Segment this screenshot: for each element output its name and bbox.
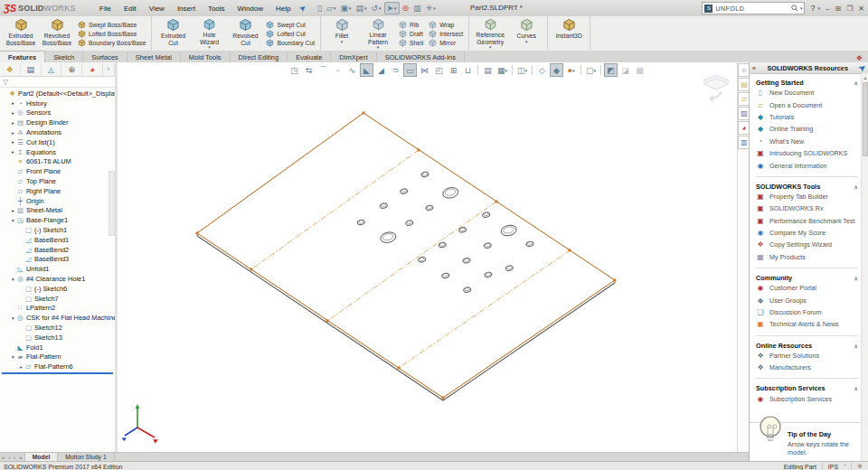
expand-arrow[interactable]: ▸ [10,100,16,106]
search-icon[interactable] [791,5,798,12]
new-document-link[interactable]: ▯New Document [756,87,862,99]
edit-appearance-button[interactable]: ●▾ [564,63,578,77]
curves-button[interactable]: Curves▾ [508,17,544,50]
tab-scroll-arrow-3[interactable]: » [17,455,24,460]
unfold-button[interactable]: ◣ [360,63,373,77]
hole-wizard-button[interactable]: Hole Wizard▾ [191,17,227,50]
scroll-up-arrow[interactable]: ▲ [862,73,868,80]
tree-item[interactable]: ∷LPattern2 [0,304,115,314]
tree-item[interactable]: ◿BaseBend1 [0,235,115,245]
introducing-solidworks-link[interactable]: ▣Introducing SOLIDWORKS [756,147,862,159]
flatten-button[interactable]: ▭ [403,63,417,77]
perspective-button[interactable]: ▩ [633,63,646,77]
manufacturers-link[interactable]: ❖Manufacturers [756,362,862,373]
menu-help[interactable]: Help [270,3,296,14]
task-pane-scrollbar[interactable]: ▲ [861,73,868,461]
tree-item[interactable]: ▢Sketch7 [0,294,115,304]
expand-arrow[interactable]: ▸ [10,149,16,155]
tab-features[interactable]: Features [0,51,45,62]
globe-icon[interactable]: ⊕ [857,463,863,470]
jog-button[interactable]: ∿ [345,63,359,77]
rib-button[interactable]: Rib [399,21,423,29]
collapse-section-icon[interactable]: ∧ [854,385,858,391]
reference-geometry-button[interactable]: Reference Geometry▾ [472,17,508,50]
copy-settings-wizard-link[interactable]: ❖Copy Settings Wizard [756,239,862,250]
general-information-link[interactable]: ◉General Information [756,159,862,171]
units-selector[interactable]: IPS [828,464,838,470]
closed-corner-button[interactable]: ◰ [432,63,446,77]
search-input[interactable]: UNFOLD [715,5,788,12]
select-button[interactable]: ➤▾ [384,2,400,14]
sheet-metal-gusset-button[interactable]: ▤ [481,63,495,77]
collapse-pane-icon[interactable]: « [752,65,756,71]
tab-scroll-arrow-0[interactable]: « [0,455,6,460]
open-document-link[interactable]: ▱Open a Document [756,99,862,110]
save-button[interactable]: ▣▾ [338,3,353,14]
expand-arrow[interactable]: ▸ [10,130,16,136]
discussion-forum-link[interactable]: ❑Discussion Forum [756,306,862,318]
tree-item[interactable]: ◿BaseBend2 [0,245,115,255]
expand-arrow[interactable]: ▾ [10,277,16,282]
collapse-section-icon[interactable]: ∧ [854,183,858,190]
apply-scene-button[interactable]: ▢▾ [584,63,598,77]
section-header[interactable]: Community∧ [756,274,862,282]
swept-flange-button[interactable]: ⌒ [316,63,330,77]
fold-button[interactable]: ◢ [374,63,388,77]
view-orientation-button[interactable]: ◫▾ [515,63,529,77]
configurationmanager-tab[interactable]: ◬ [42,63,62,76]
collapse-section-icon[interactable]: ∧ [854,275,858,281]
hem-button[interactable]: ⊃ [389,63,402,77]
tree-item[interactable]: ▸▤Design Binder [0,118,115,127]
tabs-overflow-arrow[interactable]: › [103,63,115,76]
extruded-cut-button[interactable]: Extruded Cut [155,17,191,50]
tab-evaluate[interactable]: Evaluate [288,52,331,62]
tree-item[interactable]: ▾◎#4 Clearance Hole1 [0,274,115,284]
partner-solutions-link[interactable]: ❖Partner Solutions [756,350,862,362]
tree-item[interactable]: ▾◳Base-Flange1 [0,215,115,225]
tree-item[interactable]: ◣Fold1 [0,343,115,352]
swept-boss-base-button[interactable]: Swept Boss/Base [78,21,146,29]
tree-item[interactable]: ▸▱Flat-Pattern6 [0,362,115,371]
shell-button[interactable]: Shell [399,39,423,47]
print-button[interactable]: ▤▾ [354,3,368,14]
expand-arrow[interactable]: ▸ [10,110,16,116]
technical-alerts-news-link[interactable]: ▣Technical Alerts & News [756,318,862,330]
extruded-boss-base-button[interactable]: Extruded Boss/Base [3,17,39,50]
section-header[interactable]: Subscription Services∧ [756,384,862,392]
file-properties-button[interactable]: ▥ [411,3,423,14]
tree-item[interactable]: ▱Right Plane [0,186,115,196]
feature-panel-scrollbar[interactable] [108,171,115,236]
collapse-section-icon[interactable]: ∧ [854,343,858,349]
online-training-link[interactable]: ◆Online Training [756,123,862,135]
tree-item[interactable]: ┼Origin [0,196,115,206]
linear-pattern-button[interactable]: Linear Pattern▾ [360,17,396,50]
menu-view[interactable]: View [144,3,170,14]
customer-portal-link[interactable]: ◉Customer Portal [756,282,862,294]
expand-arrow[interactable]: ▸ [18,364,24,370]
rebuild-traffic-light-button[interactable]: ⊜ [401,3,411,14]
displaymanager-tab[interactable]: ◕ [82,63,103,76]
units-caret[interactable]: ˆ [844,464,845,469]
tree-item[interactable]: ▾◎CSK for #4 Flat Head Machine Screw (1 [0,313,115,323]
convert-to-sheet-metal-button[interactable]: ⇆ [302,63,316,77]
open-document-button[interactable]: ▱▾ [325,3,337,14]
maximize-button[interactable]: ⊞ [835,5,841,13]
dimxpertmanager-tab[interactable]: ⊕ [61,63,82,76]
tree-item[interactable]: ▸▥Sheet-Metal [0,206,115,216]
tab-solidworks-add-ins[interactable]: SOLIDWORKS Add-Ins [377,52,465,62]
tab-sketch[interactable]: Sketch [45,52,83,62]
tree-item[interactable]: ❖Part2 (Default<<Default>_Display State … [0,89,115,99]
options-button[interactable]: ✳▾ [424,3,438,14]
expand-arrow[interactable]: ▾ [10,354,16,360]
tab-sheet-metal[interactable]: Sheet Metal [127,52,181,62]
tab-direct-editing[interactable]: Direct Editing [231,52,288,62]
wireframe-button[interactable]: ◇ [535,63,549,77]
intersect-button[interactable]: Intersect [429,30,463,38]
restore-button[interactable]: ❐ [846,5,853,13]
tree-item[interactable]: ◺Unfold1 [0,264,115,274]
tab-mold-tools[interactable]: Mold Tools [181,52,231,62]
pin-menu-icon[interactable]: ➤ [297,3,307,14]
lofted-cut-button[interactable]: Lofted Cut [266,30,315,38]
tree-filter-row[interactable]: ▽ [0,77,115,88]
revolved-boss-base-button[interactable]: Revolved Boss/Base [39,17,75,50]
